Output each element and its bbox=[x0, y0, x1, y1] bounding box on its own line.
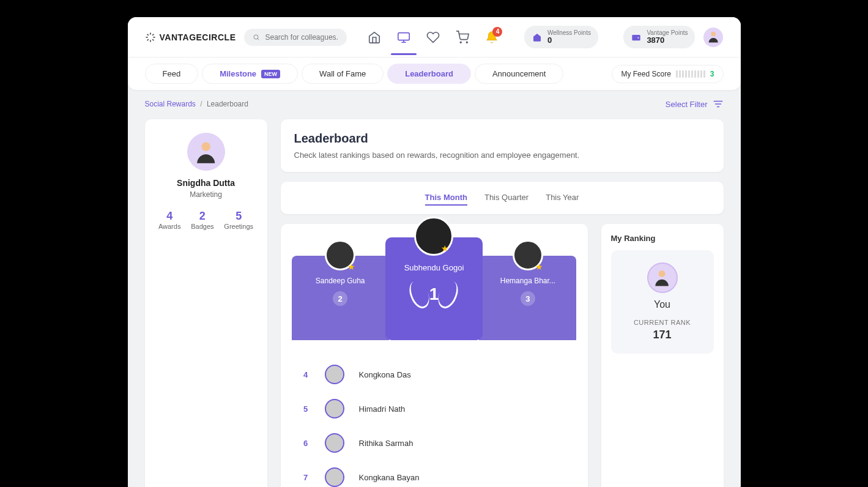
breadcrumb-root[interactable]: Social Rewards bbox=[145, 100, 196, 108]
stat-awards-lbl: Awards bbox=[158, 223, 180, 230]
nav-tabs: Feed Milestone NEW Wall of Fame Leaderbo… bbox=[128, 57, 741, 90]
stat-awards-val: 4 bbox=[158, 210, 180, 223]
svg-point-6 bbox=[711, 32, 716, 36]
rank-row[interactable]: 7 Kongkana Bayan bbox=[292, 460, 577, 487]
podium-third-rank: 3 bbox=[521, 291, 535, 306]
person-icon bbox=[193, 139, 219, 165]
star-icon: ★ bbox=[535, 262, 543, 272]
svg-point-2 bbox=[461, 42, 462, 43]
period-year[interactable]: This Year bbox=[546, 190, 579, 206]
heart-icon[interactable] bbox=[426, 31, 440, 44]
podium-card: ★ Sandeep Guha 2 ★ Subhendu Gogoi 1 bbox=[281, 224, 588, 487]
tab-leaderboard-label: Leaderboard bbox=[405, 69, 453, 78]
filter-label: Select Filter bbox=[666, 100, 708, 109]
period-month[interactable]: This Month bbox=[425, 190, 467, 206]
my-ranking-title: My Ranking bbox=[611, 234, 714, 243]
search-icon bbox=[253, 33, 260, 42]
profile-name: Snigdha Dutta bbox=[154, 178, 259, 188]
star-icon: ★ bbox=[347, 262, 355, 272]
laurel-icon: 1 bbox=[412, 278, 456, 310]
rank-name: Kongkona Das bbox=[359, 370, 411, 379]
rank-number: 7 bbox=[302, 473, 310, 482]
tab-milestone[interactable]: Milestone NEW bbox=[202, 64, 298, 84]
stat-awards: 4 Awards bbox=[158, 210, 180, 230]
spark-icon bbox=[145, 32, 156, 43]
svg-point-5 bbox=[638, 37, 639, 38]
rank-row[interactable]: 4 Kongkona Das bbox=[292, 357, 577, 392]
svg-rect-1 bbox=[398, 32, 409, 40]
podium: ★ Sandeep Guha 2 ★ Subhendu Gogoi 1 bbox=[292, 237, 577, 340]
podium-second[interactable]: ★ Sandeep Guha 2 bbox=[292, 256, 389, 340]
brand-logo[interactable]: VANTAGECIRCLE bbox=[145, 32, 236, 43]
my-ranking-inner: You CURRENT RANK 171 bbox=[611, 250, 714, 354]
cart-icon[interactable] bbox=[456, 31, 469, 44]
feed-score-value: 3 bbox=[710, 70, 714, 78]
rank-row[interactable]: 5 Himadri Nath bbox=[292, 392, 577, 426]
tab-wall-label: Wall of Fame bbox=[319, 69, 366, 78]
search-box[interactable] bbox=[244, 29, 347, 46]
wellness-value: 0 bbox=[547, 36, 591, 45]
svg-point-7 bbox=[201, 142, 210, 151]
profile-stats: 4 Awards 2 Badges 5 Greetings bbox=[154, 210, 259, 230]
svg-point-8 bbox=[659, 270, 666, 277]
home-icon[interactable] bbox=[368, 31, 381, 44]
app-window: VANTAGECIRCLE 4 Wellness Points 0 bbox=[128, 17, 741, 487]
wellness-label: Wellness Points bbox=[547, 29, 591, 36]
tab-feed[interactable]: Feed bbox=[145, 64, 199, 84]
user-avatar[interactable] bbox=[703, 28, 723, 47]
content: Snigdha Dutta Marketing 4 Awards 2 Badge… bbox=[128, 110, 741, 487]
podium-third[interactable]: ★ Hemanga Bhar... 3 bbox=[479, 256, 576, 340]
profile-avatar bbox=[187, 133, 225, 171]
wellness-points-pill[interactable]: Wellness Points 0 bbox=[524, 26, 598, 48]
page-title: Leaderboard bbox=[294, 132, 710, 146]
rank-number: 4 bbox=[302, 370, 310, 379]
breadcrumb-current: Leaderboard bbox=[207, 100, 248, 108]
feed-score-pill[interactable]: My Feed Score 3 bbox=[612, 65, 723, 83]
monitor-icon[interactable] bbox=[397, 31, 410, 44]
tab-leaderboard[interactable]: Leaderboard bbox=[387, 64, 471, 84]
current-rank-label: CURRENT RANK bbox=[617, 319, 708, 326]
tab-wall-of-fame[interactable]: Wall of Fame bbox=[302, 64, 384, 84]
rank-number: 5 bbox=[302, 404, 310, 414]
podium-second-name: Sandeep Guha bbox=[292, 277, 389, 285]
my-ranking-you: You bbox=[617, 299, 708, 310]
podium-first[interactable]: ★ Subhendu Gogoi 1 bbox=[385, 237, 483, 340]
subbar: Social Rewards / Leaderboard Select Filt… bbox=[128, 90, 741, 110]
page-header-card: Leaderboard Check latest rankings based … bbox=[281, 119, 724, 172]
tab-milestone-label: Milestone bbox=[220, 69, 256, 78]
breadcrumb: Social Rewards / Leaderboard bbox=[145, 100, 248, 108]
person-icon bbox=[707, 30, 720, 43]
podium-first-rank: 1 bbox=[429, 284, 439, 304]
rank-number: 6 bbox=[302, 439, 310, 448]
select-filter-button[interactable]: Select Filter bbox=[666, 99, 724, 110]
period-quarter[interactable]: This Quarter bbox=[484, 190, 529, 206]
current-rank-value: 171 bbox=[617, 329, 708, 341]
rank-avatar bbox=[325, 365, 344, 384]
leaderboard-grid: ★ Sandeep Guha 2 ★ Subhendu Gogoi 1 bbox=[281, 224, 724, 487]
my-ranking-card: My Ranking You CURRENT RANK 171 bbox=[601, 224, 724, 487]
rank-name: Rithika Sarmah bbox=[359, 439, 414, 448]
stat-badges-lbl: Badges bbox=[191, 223, 213, 230]
filter-icon bbox=[713, 99, 724, 110]
search-input[interactable] bbox=[265, 33, 338, 42]
stat-badges: 2 Badges bbox=[191, 210, 213, 230]
tab-announcement-label: Announcement bbox=[492, 69, 546, 78]
breadcrumb-sep: / bbox=[200, 100, 202, 108]
page-subtitle: Check latest rankings based on rewards, … bbox=[294, 151, 710, 160]
vantage-value: 3870 bbox=[647, 36, 688, 45]
tab-announcement[interactable]: Announcement bbox=[475, 64, 563, 84]
notification-badge: 4 bbox=[492, 27, 502, 37]
profile-card: Snigdha Dutta Marketing 4 Awards 2 Badge… bbox=[145, 119, 267, 487]
wallet-icon bbox=[631, 32, 642, 43]
my-avatar bbox=[647, 262, 678, 293]
rank-row[interactable]: 6 Rithika Sarmah bbox=[292, 426, 577, 460]
bell-icon[interactable]: 4 bbox=[485, 31, 499, 44]
rank-list: 4 Kongkona Das5 Himadri Nath6 Rithika Sa… bbox=[292, 357, 577, 487]
vantage-points-pill[interactable]: Vantage Points 3870 bbox=[623, 26, 695, 48]
house-icon bbox=[532, 32, 543, 43]
rank-name: Himadri Nath bbox=[359, 404, 406, 414]
svg-point-0 bbox=[254, 35, 258, 39]
rank-name: Kongkana Bayan bbox=[359, 473, 420, 482]
podium-first-name: Subhendu Gogoi bbox=[385, 263, 483, 272]
rank-avatar bbox=[325, 433, 344, 453]
